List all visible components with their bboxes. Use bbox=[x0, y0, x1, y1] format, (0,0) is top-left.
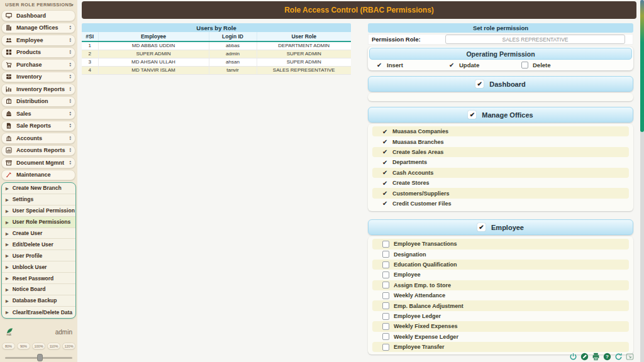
expand-caret-icon[interactable]: ▲▼ bbox=[69, 38, 72, 43]
expand-caret-icon[interactable]: ▲▼ bbox=[69, 136, 72, 141]
sidebar-item-accounts-reports[interactable]: Accounts Reports▲▼ bbox=[1, 145, 75, 156]
power-icon[interactable] bbox=[569, 352, 577, 360]
permission-item-employee-ledger[interactable]: Employee Ledger bbox=[372, 311, 629, 321]
checked-checkbox-icon[interactable]: ✔ bbox=[382, 169, 392, 176]
operating-option-delete[interactable]: Delete bbox=[521, 62, 594, 69]
expand-caret-icon[interactable]: ▲▼ bbox=[69, 87, 72, 92]
submenu-item-reset-password[interactable]: ▶Reset Password bbox=[2, 273, 75, 284]
permission-item-muasasa-companies[interactable]: ✔Muasasa Companies bbox=[372, 126, 629, 136]
sidebar-item-sale-reports[interactable]: Sale Reports▲▼ bbox=[1, 121, 75, 132]
permission-item-emp-balance-adjustment[interactable]: Emp. Balance Adjustment bbox=[372, 300, 629, 310]
expand-caret-icon[interactable]: ▲▼ bbox=[69, 62, 72, 67]
sidebar-item-dashboard[interactable]: Dashboard bbox=[1, 10, 75, 21]
checked-checkbox-icon[interactable]: ✔ bbox=[382, 148, 392, 155]
sidebar-item-distribution[interactable]: Distribution▲▼ bbox=[1, 96, 75, 107]
sidebar-item-inventory-reports[interactable]: Inventory Reports▲▼ bbox=[1, 84, 75, 95]
sidebar-item-document-mgmnt[interactable]: Document Mgmnt▲▼ bbox=[1, 157, 75, 168]
permission-item-designation[interactable]: Designation bbox=[372, 250, 629, 260]
table-row[interactable]: 1MD ABBAS UDDINabbasDEPARTMENT ADMIN bbox=[82, 41, 351, 50]
unchecked-checkbox-icon[interactable] bbox=[521, 62, 528, 69]
unchecked-checkbox-icon[interactable] bbox=[382, 323, 389, 330]
permission-item-employee-transactions[interactable]: Employee Transactions bbox=[372, 239, 629, 249]
fullscreen-icon[interactable] bbox=[626, 352, 634, 360]
permission-item-weekly-attendance[interactable]: Weekly Attendance bbox=[372, 290, 629, 300]
zoom-slider[interactable] bbox=[5, 354, 72, 361]
unchecked-checkbox-icon[interactable] bbox=[382, 282, 389, 288]
table-row[interactable]: 2SUPER ADMINadminSUPER ADMIN bbox=[82, 50, 351, 58]
checked-checkbox-icon[interactable]: ✔ bbox=[477, 223, 486, 231]
sidebar-item-inventory[interactable]: Inventory▲▼ bbox=[1, 72, 75, 83]
table-row[interactable]: 4MD TANVIR ISLAMtanvirSALES REPRESENTATI… bbox=[82, 66, 351, 74]
unchecked-checkbox-icon[interactable] bbox=[382, 272, 389, 278]
zoom-110-button[interactable]: 110% bbox=[47, 343, 60, 349]
submenu-item-settings[interactable]: ▶Settings bbox=[2, 194, 75, 206]
sidebar-item-sales[interactable]: Sales▲▼ bbox=[1, 108, 75, 119]
submenu-item-notice-board[interactable]: ▶Notice Board bbox=[2, 284, 75, 295]
table-row[interactable]: 3MD AHSAN ULLAHahsanSUPER ADMIN bbox=[82, 58, 351, 66]
submenu-item-user-special-permission[interactable]: ▶User Special Permission bbox=[2, 206, 75, 217]
sidebar-item-employee[interactable]: Employee▲▼ bbox=[1, 35, 75, 46]
unchecked-checkbox-icon[interactable] bbox=[382, 344, 389, 351]
sidebar-item-products[interactable]: Products▲▼ bbox=[1, 47, 75, 58]
submenu-item-unblock-user[interactable]: ▶Unblock User bbox=[2, 261, 75, 273]
section-header-employee[interactable]: ✔Employee bbox=[368, 219, 633, 235]
sidebar-title[interactable]: USER ROLE PERMISSIONS ▾ bbox=[0, 0, 77, 9]
expand-caret-icon[interactable]: ▲▼ bbox=[69, 25, 72, 30]
permission-item-employee-transfer[interactable]: Employee Transfer bbox=[372, 342, 629, 352]
zoom-120-button[interactable]: 120% bbox=[62, 343, 75, 349]
operating-option-insert[interactable]: ✔Insert bbox=[377, 62, 449, 69]
checked-checkbox-icon[interactable]: ✔ bbox=[382, 159, 392, 166]
sidebar-item-purchase[interactable]: Purchase▲▼ bbox=[1, 59, 75, 70]
expand-caret-icon[interactable]: ▲▼ bbox=[69, 99, 72, 104]
expand-caret-icon[interactable]: ▲▼ bbox=[69, 123, 72, 128]
sidebar-item-accounts[interactable]: Accounts▲▼ bbox=[1, 133, 75, 144]
scrollbar-thumb[interactable] bbox=[640, 0, 644, 132]
scrollbar-track[interactable] bbox=[640, 0, 644, 362]
checked-checkbox-icon[interactable]: ✔ bbox=[382, 180, 392, 187]
permission-item-weekly-fixed-expenses[interactable]: Weekly Fixed Expenses bbox=[372, 321, 629, 331]
checked-checkbox-icon[interactable]: ✔ bbox=[377, 62, 387, 69]
refresh-icon[interactable] bbox=[614, 352, 623, 360]
permission-item-muasasa-branches[interactable]: ✔Muasasa Branches bbox=[372, 136, 629, 146]
unchecked-checkbox-icon[interactable] bbox=[382, 333, 389, 340]
unchecked-checkbox-icon[interactable] bbox=[382, 302, 389, 309]
checked-checkbox-icon[interactable]: ✔ bbox=[449, 62, 459, 69]
checked-checkbox-icon[interactable]: ✔ bbox=[382, 200, 392, 207]
expand-caret-icon[interactable]: ▲▼ bbox=[69, 148, 72, 153]
submenu-item-create-new-branch[interactable]: ▶Create New Branch bbox=[2, 183, 75, 194]
expand-caret-icon[interactable]: ▲▼ bbox=[69, 74, 72, 79]
unchecked-checkbox-icon[interactable] bbox=[382, 241, 389, 248]
unchecked-checkbox-icon[interactable] bbox=[382, 313, 389, 320]
permission-item-customers-suppliers[interactable]: ✔Customers/Suppliers bbox=[372, 188, 629, 198]
checked-checkbox-icon[interactable]: ✔ bbox=[475, 80, 484, 88]
permission-item-credit-customer-files[interactable]: ✔Credit Customer Files bbox=[372, 199, 629, 209]
permission-item-departments[interactable]: ✔Departments bbox=[372, 157, 629, 167]
unchecked-checkbox-icon[interactable] bbox=[382, 292, 389, 299]
checked-checkbox-icon[interactable]: ✔ bbox=[382, 128, 392, 135]
operating-option-update[interactable]: ✔Update bbox=[449, 62, 521, 69]
sidebar-item-maintenance[interactable]: Maintenance bbox=[1, 170, 75, 181]
submenu-item-edit-delete-user[interactable]: ▶Edit/Delete User bbox=[2, 239, 75, 250]
permission-item-assign-emp-to-store[interactable]: Assign Emp. to Store bbox=[372, 280, 629, 290]
zoom-slider-thumb[interactable] bbox=[37, 354, 43, 361]
expand-caret-icon[interactable]: ▲▼ bbox=[69, 50, 72, 55]
submenu-item-user-role-permissions[interactable]: ▶User Role Permissions bbox=[2, 217, 75, 228]
unchecked-checkbox-icon[interactable] bbox=[382, 261, 389, 268]
sidebar-item-manage-offices[interactable]: Manage Offices▲▼ bbox=[1, 23, 75, 34]
help-icon[interactable]: ? bbox=[603, 352, 611, 360]
section-header-dashboard[interactable]: ✔Dashboard bbox=[368, 76, 633, 92]
permission-item-education-qualification[interactable]: Education Qualification bbox=[372, 260, 629, 270]
submenu-item-clear-erase-delete-data[interactable]: ▶Clear/Erase/Delete Data bbox=[2, 307, 75, 318]
print-icon[interactable] bbox=[592, 352, 600, 360]
permission-item-create-stores[interactable]: ✔Create Stores bbox=[372, 178, 629, 188]
submenu-item-database-backup[interactable]: ▶Database Backup bbox=[2, 295, 75, 307]
checked-checkbox-icon[interactable]: ✔ bbox=[382, 190, 392, 197]
checked-checkbox-icon[interactable]: ✔ bbox=[468, 111, 476, 119]
unchecked-checkbox-icon[interactable] bbox=[382, 251, 389, 258]
permission-role-select[interactable]: SALES REPRESENTATIVE bbox=[445, 35, 625, 44]
permission-item-cash-accounts[interactable]: ✔Cash Accounts bbox=[372, 168, 629, 178]
section-header-manage-offices[interactable]: ✔Manage Offices bbox=[368, 107, 633, 123]
expand-caret-icon[interactable]: ▲▼ bbox=[69, 111, 72, 116]
checked-checkbox-icon[interactable]: ✔ bbox=[382, 138, 392, 145]
zoom-100-button[interactable]: 100% bbox=[32, 343, 45, 349]
